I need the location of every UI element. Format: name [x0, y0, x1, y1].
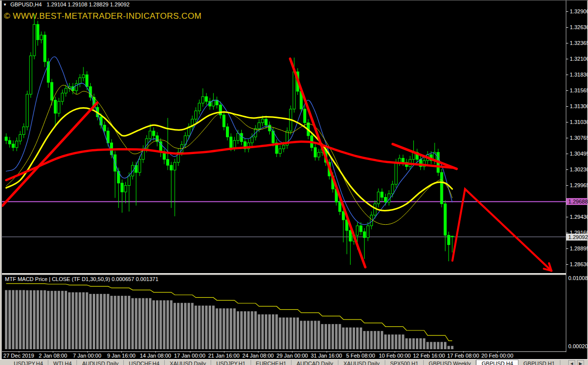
bear-candle-body — [170, 165, 173, 170]
macd-histogram-bar — [54, 291, 57, 349]
macd-histogram-bar — [416, 338, 418, 349]
chart-tab-xauusd-daily[interactable]: XAUUSD,Daily — [165, 360, 211, 365]
macd-indicator-canvas[interactable] — [2, 275, 566, 351]
macd-histogram-bar — [237, 311, 239, 349]
bear-candle-body — [240, 133, 243, 142]
macd-histogram-bar — [310, 321, 313, 349]
chart-tab-usdchf-h4[interactable]: USDCHF,H4 — [124, 360, 165, 365]
macd-histogram-bar — [159, 300, 162, 349]
bull-candle-body — [356, 226, 359, 235]
macd-histogram-bar — [349, 327, 352, 349]
macd-histogram-bar — [363, 331, 366, 349]
macd-histogram-bar — [328, 324, 331, 349]
macd-histogram-bar — [240, 311, 243, 349]
macd-histogram-bar — [205, 306, 208, 349]
macd-histogram-bar — [290, 318, 292, 349]
bull-candle-body — [198, 103, 201, 111]
macd-histogram-bar — [437, 342, 440, 349]
price-tick-label: 1.30495 — [570, 151, 588, 157]
bull-candle-body — [279, 149, 281, 154]
macd-histogram-bar — [286, 318, 289, 349]
price-tick-mark — [566, 248, 568, 249]
macd-histogram-bar — [156, 300, 158, 349]
price-tick-mark — [566, 106, 568, 107]
macd-histogram-bar — [370, 331, 372, 349]
price-axis[interactable]: 1.329001.326301.323651.321001.318301.315… — [566, 0, 587, 352]
macd-histogram-bar — [174, 303, 176, 349]
macd-histogram-bar — [279, 318, 281, 349]
chart-tab-usdjpy-h4[interactable]: USDJPY,H4 — [9, 360, 48, 365]
chart-tab-bar: USDJPY,H4WTI,H4AUDUSD,DailyUSDCHF,H4XAUU… — [0, 359, 588, 365]
macd-histogram-bar — [230, 308, 232, 349]
macd-value-signal: 0.001371 — [136, 276, 158, 282]
chart-tab-gbpusd-h4[interactable]: GBPUSD,H4 — [476, 360, 518, 365]
chart-tab-spx500-h1[interactable]: SPX500,H1 — [385, 360, 424, 365]
macd-histogram-bar — [33, 290, 36, 349]
chart-tab-eurchf-h1[interactable]: EURCHF,H1 — [251, 360, 292, 365]
macd-histogram-bar — [30, 290, 32, 349]
macd-histogram-bar — [23, 290, 25, 349]
macd-scale-top-label: 0.010084 — [568, 275, 588, 281]
macd-histogram-bar — [331, 324, 334, 349]
bear-candle-body — [205, 97, 208, 102]
macd-histogram-bar — [318, 321, 320, 349]
steep-descending-trendline[interactable] — [290, 59, 365, 267]
price-tick-mark — [566, 264, 568, 265]
macd-indicator-label: MTF MACD Price | CLOSE (TF D1,30,50,9) 0… — [5, 276, 158, 282]
price-tick-mark — [566, 43, 568, 43]
macd-histogram-bar — [121, 296, 123, 349]
macd-histogram-bar — [65, 291, 67, 349]
macd-histogram-bar — [261, 314, 264, 349]
tab-scroll-left-icon[interactable]: ◄ — [568, 360, 575, 365]
bear-candle-body — [342, 211, 345, 220]
macd-histogram-bar — [251, 311, 253, 349]
main-chart-canvas[interactable] — [2, 8, 566, 273]
bull-candle-body — [174, 162, 176, 170]
macd-histogram-bar — [219, 308, 221, 349]
bull-candle-body — [398, 158, 401, 162]
macd-histogram-bar — [395, 334, 397, 349]
macd-histogram-bar — [58, 291, 60, 349]
chart-tab-usdjpy-h1[interactable]: USDJPY,H1 — [211, 360, 251, 365]
macd-histogram-bar — [272, 314, 274, 349]
chart-tab-xauusd-daily[interactable]: XAUUSD,Daily — [338, 360, 385, 365]
chart-tab-gbpusd-h1[interactable]: GBPUSD,H1 — [518, 360, 560, 365]
bear-candle-body — [226, 127, 229, 137]
macd-histogram-bar — [402, 334, 404, 349]
price-tick-label: 1.32100 — [570, 56, 588, 62]
bear-candle-body — [86, 75, 88, 86]
collapse-arrow-icon[interactable]: ▼ — [3, 2, 7, 7]
macd-histogram-bar — [265, 314, 267, 349]
chart-symbol-period: GBPUSD,H4 — [10, 1, 42, 7]
price-tick-label: 1.30230 — [570, 166, 588, 173]
price-tick-label: 1.29965 — [570, 182, 588, 189]
bear-candle-body — [384, 197, 387, 202]
price-tick-label: 1.29430 — [570, 214, 588, 220]
macd-histogram-bar — [423, 338, 425, 349]
macd-histogram-bar — [321, 324, 324, 349]
current-price-tag: 1.29092 — [566, 234, 588, 241]
macd-histogram-bar — [426, 342, 429, 349]
chart-tab-audcad-daily[interactable]: AUDCAD,Daily — [292, 360, 338, 365]
macd-histogram-bar — [384, 334, 387, 349]
macd-histogram-bar — [107, 294, 109, 349]
tab-scroll-right-icon[interactable]: ▶ — [577, 360, 584, 365]
bull-candle-body — [293, 72, 295, 109]
macd-histogram-bar — [202, 306, 204, 349]
macd-histogram-bar — [451, 346, 453, 349]
price-tick-label: 1.32900 — [570, 8, 588, 15]
chart-tab-gbpusd-weekly[interactable]: GBPUSD,Weekly — [424, 360, 476, 365]
chart-tab-audusd-daily[interactable]: AUDUSD,Daily — [77, 360, 124, 365]
macd-histogram-bar — [89, 294, 92, 349]
time-axis[interactable]: 27 Dec 20192 Jan 08:007 Jan 00:009 Jan 1… — [2, 352, 587, 359]
chart-tab-wti-h4[interactable]: WTI,H4 — [48, 360, 77, 365]
macd-histogram-bar — [96, 294, 99, 349]
bear-candle-body — [349, 231, 352, 242]
bull-candle-body — [33, 24, 36, 56]
ascending-trendline[interactable] — [2, 103, 97, 206]
macd-histogram-bar — [114, 296, 116, 349]
bull-candle-body — [251, 137, 253, 143]
price-tick-mark — [566, 11, 568, 12]
macd-histogram-bar — [68, 292, 71, 349]
bull-candle-body — [395, 162, 397, 184]
